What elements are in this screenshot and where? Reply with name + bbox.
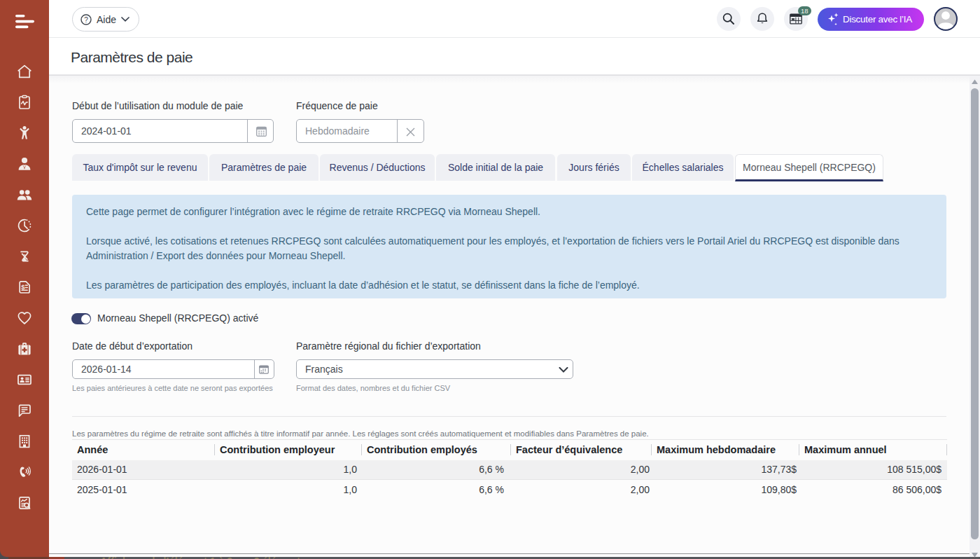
svg-text:?: ? (84, 15, 88, 23)
svg-text:$: $ (21, 283, 25, 291)
